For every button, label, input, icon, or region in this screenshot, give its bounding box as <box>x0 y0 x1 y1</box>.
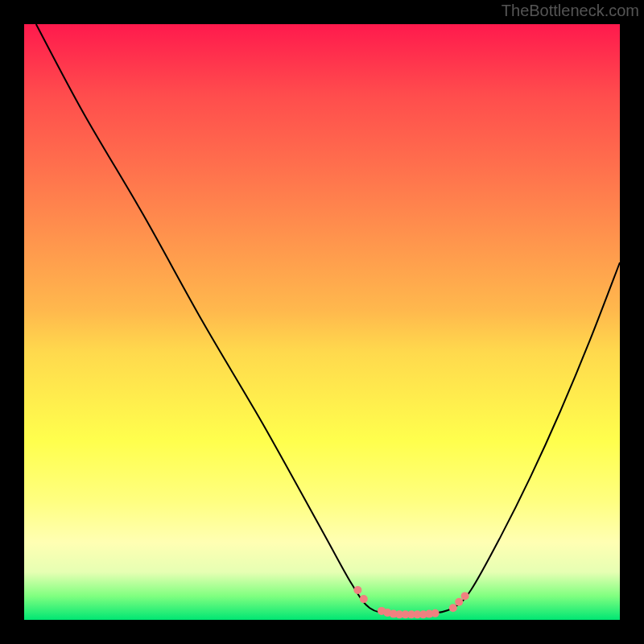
watermark-text: TheBottleneck.com <box>502 2 639 20</box>
bottleneck-curve <box>36 24 620 615</box>
highlight-dot <box>455 598 463 606</box>
highlight-dot <box>353 586 361 594</box>
chart-svg <box>0 0 644 644</box>
highlight-dot <box>360 595 368 603</box>
highlight-dot <box>431 609 440 617</box>
highlight-dot <box>449 604 457 612</box>
highlight-dot <box>461 592 469 600</box>
